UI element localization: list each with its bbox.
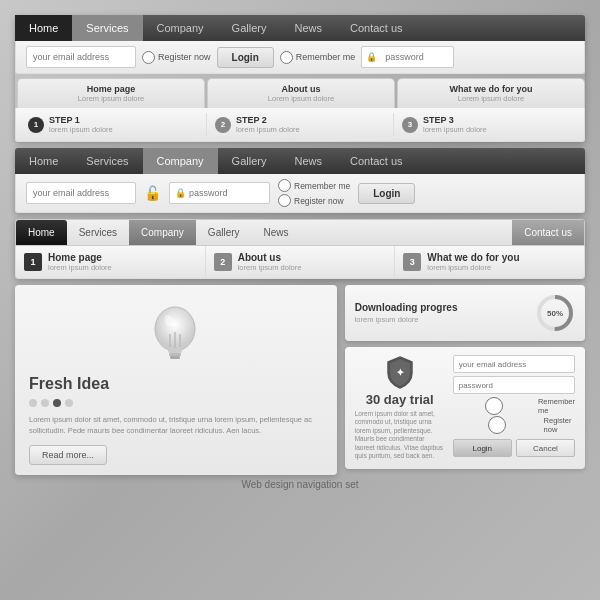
trial-remember-label[interactable]: Remember me bbox=[453, 397, 575, 415]
navbar-3: Home Services Company Gallery News Conta… bbox=[15, 219, 585, 246]
nav3-step-1[interactable]: 1 Home page lorem ipsum dolore bbox=[16, 246, 206, 278]
trial-title: 30 day trial bbox=[366, 392, 434, 407]
nav1-home[interactable]: Home bbox=[15, 15, 72, 41]
nav3-step-2-desc: lorem ipsum dolore bbox=[238, 263, 302, 272]
register-radio-2[interactable] bbox=[278, 194, 291, 207]
right-panels: Downloading progres lorem ipsum dolore 5… bbox=[345, 285, 585, 475]
nav2-company[interactable]: Company bbox=[143, 148, 218, 174]
download-sub: lorem ipsum dolore bbox=[355, 315, 527, 324]
register-radio[interactable] bbox=[142, 51, 155, 64]
step-2-desc: lorem ipsum dolore bbox=[236, 125, 300, 134]
flap-what-desc: Lorem ipsum dolore bbox=[408, 94, 574, 103]
dot-4[interactable] bbox=[65, 399, 73, 407]
trial-login-button[interactable]: Login bbox=[453, 439, 512, 457]
nav2-gallery[interactable]: Gallery bbox=[218, 148, 281, 174]
navbar-2: Home Services Company Gallery News Conta… bbox=[15, 148, 585, 174]
trial-register-label[interactable]: Register now bbox=[453, 416, 575, 434]
email-input-2[interactable] bbox=[26, 182, 136, 204]
remember-radio-2[interactable] bbox=[278, 179, 291, 192]
register-label-2[interactable]: Register now bbox=[278, 194, 350, 207]
nav1-company[interactable]: Company bbox=[143, 15, 218, 41]
nav1-gallery[interactable]: Gallery bbox=[218, 15, 281, 41]
flap-about-desc: Lorem ipsum dolore bbox=[218, 94, 384, 103]
trial-remember-radio[interactable] bbox=[453, 397, 535, 415]
nav3-services[interactable]: Services bbox=[67, 220, 129, 245]
svg-rect-2 bbox=[169, 353, 181, 356]
dot-1[interactable] bbox=[29, 399, 37, 407]
step-3-text: STEP 3 lorem ipsum dolore bbox=[423, 115, 487, 134]
flap-about-title: About us bbox=[218, 84, 384, 94]
step-1[interactable]: 1 STEP 1 lorem ipsum dolore bbox=[20, 113, 206, 136]
nav3-step-3-title: What we do for you bbox=[427, 252, 519, 263]
nav3-news[interactable]: News bbox=[252, 220, 301, 245]
step-3-num: 3 bbox=[402, 117, 418, 133]
flap-about[interactable]: About us Lorem ipsum dolore bbox=[207, 78, 395, 108]
nav3-contact[interactable]: Contact us bbox=[512, 220, 584, 245]
read-more-button[interactable]: Read more... bbox=[29, 445, 107, 465]
step-1-desc: lorem ipsum dolore bbox=[49, 125, 113, 134]
login-button-1[interactable]: Login bbox=[217, 47, 274, 68]
flap-home-desc: Lorem ipsum dolore bbox=[28, 94, 194, 103]
password-input-1[interactable] bbox=[379, 46, 449, 68]
dots-row bbox=[29, 399, 323, 407]
nav3-gallery[interactable]: Gallery bbox=[196, 220, 252, 245]
login-button-2[interactable]: Login bbox=[358, 183, 415, 204]
step-3[interactable]: 3 STEP 3 lorem ipsum dolore bbox=[394, 113, 580, 136]
nav3-step-2[interactable]: 2 About us lorem ipsum dolore bbox=[206, 246, 396, 278]
trial-register-radio[interactable] bbox=[453, 416, 541, 434]
shield-icon: ✦ bbox=[386, 355, 414, 389]
nav3-step-1-num: 1 bbox=[24, 253, 42, 271]
step-flaps: Home page Lorem ipsum dolore About us Lo… bbox=[15, 78, 585, 108]
nav2-contact[interactable]: Contact us bbox=[336, 148, 417, 174]
step-2[interactable]: 2 STEP 2 lorem ipsum dolore bbox=[206, 113, 394, 136]
step-3-title: STEP 3 bbox=[423, 115, 487, 125]
remember-label: Remember me bbox=[296, 52, 356, 62]
download-text: Downloading progres lorem ipsum dolore bbox=[355, 302, 527, 324]
step-2-text: STEP 2 lorem ipsum dolore bbox=[236, 115, 300, 134]
nav1-contact[interactable]: Contact us bbox=[336, 15, 417, 41]
download-title: Downloading progres bbox=[355, 302, 527, 313]
nav3-step-1-desc: lorem ipsum dolore bbox=[48, 263, 112, 272]
nav2-news[interactable]: News bbox=[280, 148, 336, 174]
flap-home[interactable]: Home page Lorem ipsum dolore bbox=[17, 78, 205, 108]
nav2-home[interactable]: Home bbox=[15, 148, 72, 174]
lock-icon: 🔒 bbox=[366, 52, 377, 62]
flap-home-title: Home page bbox=[28, 84, 194, 94]
nav1-news[interactable]: News bbox=[280, 15, 336, 41]
nav3-step-3-text: What we do for you lorem ipsum dolore bbox=[427, 252, 519, 272]
trial-form: Remember me Register now Login Cancel bbox=[453, 355, 575, 461]
bulb-icon bbox=[148, 299, 203, 369]
nav3-step-3[interactable]: 3 What we do for you lorem ipsum dolore bbox=[395, 246, 584, 278]
step-2-num: 2 bbox=[215, 117, 231, 133]
password-field-1: 🔒 bbox=[361, 46, 454, 68]
dot-2[interactable] bbox=[41, 399, 49, 407]
nav-set-1: Home Services Company Gallery News Conta… bbox=[15, 15, 585, 142]
nav3-step-2-text: About us lorem ipsum dolore bbox=[238, 252, 302, 272]
step-1-text: STEP 1 lorem ipsum dolore bbox=[49, 115, 113, 134]
progress-circle: 50% bbox=[535, 293, 575, 333]
trial-cancel-button[interactable]: Cancel bbox=[516, 439, 575, 457]
remember-radio[interactable] bbox=[280, 51, 293, 64]
nav3-step-1-title: Home page bbox=[48, 252, 112, 263]
login-bar-2: 🔓 🔒 Remember me Register now Login bbox=[15, 174, 585, 213]
email-input-1[interactable] bbox=[26, 46, 136, 68]
nav3-company[interactable]: Company bbox=[129, 220, 196, 245]
trial-radio-group: Remember me Register now bbox=[453, 397, 575, 434]
password-input-2[interactable] bbox=[189, 188, 264, 198]
fresh-idea-panel: Fresh Idea Lorem ipsum dolor sit amet, c… bbox=[15, 285, 337, 475]
dot-3[interactable] bbox=[53, 399, 61, 407]
nav3-step-2-title: About us bbox=[238, 252, 302, 263]
trial-password-input[interactable] bbox=[453, 376, 575, 394]
lock-icon-2: 🔓 bbox=[144, 185, 161, 201]
nav3-step-2-num: 2 bbox=[214, 253, 232, 271]
trial-desc: Lorem ipsum dolor sit amet, commodo ut, … bbox=[355, 410, 445, 461]
remember-label-2[interactable]: Remember me bbox=[278, 179, 350, 192]
nav2-services[interactable]: Services bbox=[72, 148, 142, 174]
nav1-services[interactable]: Services bbox=[72, 15, 142, 41]
trial-email-input[interactable] bbox=[453, 355, 575, 373]
remember-radio-group: Remember me bbox=[280, 51, 356, 64]
step-1-title: STEP 1 bbox=[49, 115, 113, 125]
nav3-home[interactable]: Home bbox=[16, 220, 67, 245]
flap-what[interactable]: What we do for you Lorem ipsum dolore bbox=[397, 78, 585, 108]
navbar-1: Home Services Company Gallery News Conta… bbox=[15, 15, 585, 41]
